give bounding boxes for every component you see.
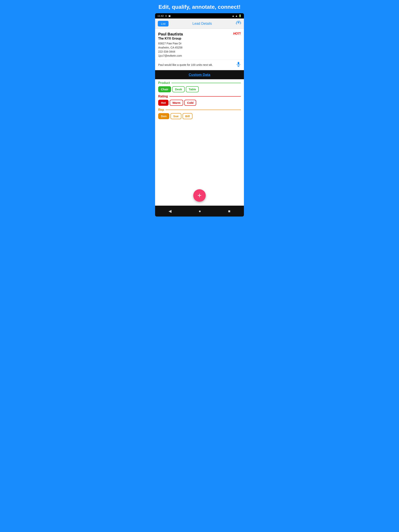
nav-bar: List Lead Details	[155, 19, 244, 29]
circle-status-icon: ⊙	[165, 14, 167, 17]
battery-icon: 🔋	[238, 14, 242, 17]
signal-icon: ▲	[235, 14, 238, 17]
device-frame: 11:42 ⊙ ▣ ▲ ▲ 🔋 List Lead Details Paul B…	[155, 13, 244, 216]
lead-address: 83827 Paw Paw Dr Anaheim, CA 45258 222-3…	[158, 41, 183, 58]
plus-icon: +	[197, 191, 201, 200]
product-label-row: Product	[158, 81, 241, 85]
notes-row: Paul would like a quote for 100 units ne…	[155, 60, 244, 70]
lead-phone: 222-334-3444	[158, 50, 183, 54]
microphone-icon[interactable]	[236, 62, 241, 68]
address-line1: 83827 Paw Paw Dr	[158, 41, 183, 45]
rep-label: Rep	[158, 108, 164, 112]
rating-tag-hot[interactable]: Hot	[158, 100, 168, 106]
custom-data-header[interactable]: Custom Data	[155, 70, 244, 79]
product-divider	[171, 83, 241, 83]
rating-tag-cold[interactable]: Cold	[184, 100, 196, 106]
add-fab-button[interactable]: +	[193, 189, 206, 202]
rating-divider	[169, 96, 241, 97]
rep-field-group: Rep Don Sue Bill	[158, 108, 241, 119]
time-display: 11:42	[157, 14, 164, 17]
rep-label-row: Rep	[158, 108, 241, 112]
lead-company: The KYX Group	[158, 37, 183, 40]
bottom-nav-bar: ◀ ● ■	[155, 206, 244, 216]
lead-name: Paul Bautista	[158, 32, 183, 36]
lead-top-row: Paul Bautista The KYX Group 83827 Paw Pa…	[158, 32, 241, 58]
rep-tag-don[interactable]: Don	[158, 113, 169, 119]
lead-contact-info: Paul Bautista The KYX Group 83827 Paw Pa…	[158, 32, 183, 58]
upload-cloud-icon[interactable]	[236, 20, 241, 27]
lead-card: Paul Bautista The KYX Group 83827 Paw Pa…	[155, 29, 244, 60]
rep-divider	[166, 110, 241, 110]
wifi-icon: ▲	[232, 14, 234, 17]
status-bar: 11:42 ⊙ ▣ ▲ ▲ 🔋	[155, 13, 244, 19]
fab-row: +	[155, 187, 244, 206]
recents-button[interactable]: ■	[225, 208, 233, 214]
product-tag-table[interactable]: Table	[186, 86, 199, 92]
rep-tags: Don Sue Bill	[158, 113, 241, 119]
rating-tags: Hot Warm Cold	[158, 100, 241, 106]
promo-banner: Edit, qualify, annotate, connect!	[153, 0, 246, 13]
below-device	[153, 216, 246, 222]
rating-label-row: Rating	[158, 95, 241, 98]
address-line2: Anaheim, CA 45258	[158, 45, 183, 50]
lead-notes[interactable]: Paul would like a quote for 100 units ne…	[158, 63, 236, 66]
home-button[interactable]: ●	[195, 208, 204, 214]
rating-field-group: Rating Hot Warm Cold	[158, 95, 241, 106]
product-tag-chair[interactable]: Chair	[158, 86, 171, 92]
product-tag-desk[interactable]: Desk	[172, 86, 185, 92]
product-label: Product	[158, 81, 170, 85]
content-spacer	[155, 125, 244, 187]
product-field-group: Product Chair Desk Table	[158, 81, 241, 92]
hot-badge: HOT!	[233, 32, 241, 35]
nav-title: Lead Details	[193, 22, 212, 26]
lead-email: 1jcc7@eviketn.com	[158, 54, 183, 58]
rating-label: Rating	[158, 95, 168, 98]
product-tags: Chair Desk Table	[158, 86, 241, 92]
list-button[interactable]: List	[158, 21, 168, 26]
sd-status-icon: ▣	[168, 14, 171, 17]
svg-rect-0	[238, 62, 239, 65]
rep-tag-sue[interactable]: Sue	[170, 113, 181, 119]
back-button[interactable]: ◀	[165, 208, 174, 214]
custom-data-content: Product Chair Desk Table Rating Hot Warm…	[155, 79, 244, 125]
rep-tag-bill[interactable]: Bill	[183, 113, 193, 119]
rating-tag-warm[interactable]: Warm	[170, 100, 183, 106]
status-right: ▲ ▲ 🔋	[232, 14, 242, 17]
status-left: 11:42 ⊙ ▣	[157, 14, 171, 17]
